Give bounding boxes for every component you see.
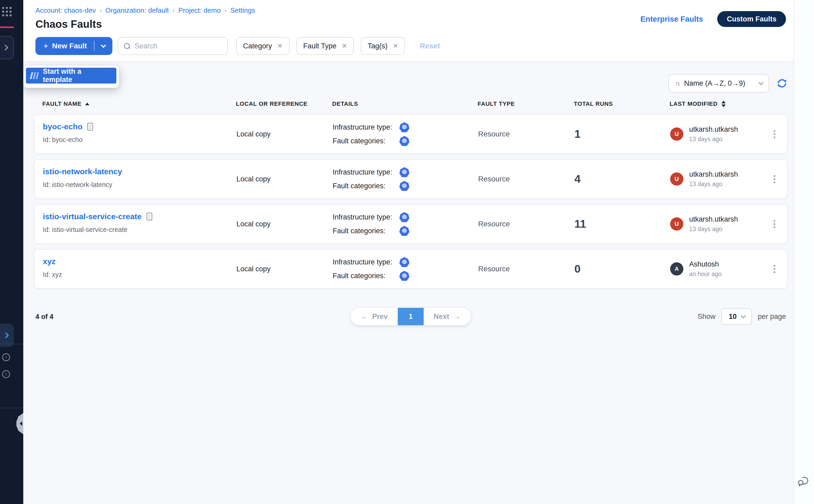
- infrastructure-type-label: Infrastructure type:: [333, 123, 399, 131]
- start-with-template-menu-item[interactable]: Start with a template: [26, 68, 116, 84]
- next-label: Next: [434, 313, 449, 321]
- local-or-reference: Local copy: [236, 175, 333, 183]
- last-modified-cell: A Ashutosh an hour ago: [670, 260, 757, 278]
- sort-controls: ↑↓ Name (A→Z, 0→9): [668, 74, 788, 93]
- breadcrumb-account[interactable]: Account: chaos-dev: [35, 6, 96, 15]
- main-area: Account: chaos-dev › Organization: defau…: [23, 0, 793, 504]
- fault-name-link[interactable]: xyz: [43, 257, 56, 266]
- table-row[interactable]: xyz Id: xyz Local copy Infrastructure ty…: [34, 249, 788, 289]
- row-menu-button[interactable]: [770, 127, 779, 141]
- fault-categories-label: Fault categories:: [333, 137, 399, 145]
- new-fault-button[interactable]: + New Fault: [35, 37, 94, 55]
- new-fault-menu-button[interactable]: [94, 37, 112, 55]
- chevron-right-icon: [3, 332, 9, 338]
- avatar: U: [670, 172, 683, 186]
- column-label: LOCAL OR REFERENCE: [236, 100, 308, 107]
- column-fault-name[interactable]: FAULT NAME: [42, 100, 236, 107]
- filter-label: Tag(s): [368, 42, 387, 50]
- details-cell: Infrastructure type: ☸ Fault categories:…: [333, 212, 478, 236]
- fault-type: Resource: [478, 175, 574, 183]
- table-row[interactable]: byoc-echo Id: byoc-echo Local copy Infra…: [34, 114, 788, 154]
- fault-name-link[interactable]: byoc-echo: [43, 122, 83, 131]
- search-icon: [124, 43, 130, 49]
- page-1-button[interactable]: 1: [398, 308, 424, 325]
- column-label: DETAILS: [332, 100, 358, 107]
- reset-filters-button[interactable]: Reset: [420, 42, 440, 50]
- column-details: DETAILS: [332, 100, 478, 107]
- expand-bottom-nav-button[interactable]: [0, 324, 14, 347]
- copy-icon[interactable]: [87, 123, 93, 131]
- prev-page-button[interactable]: ← Prev: [351, 308, 398, 325]
- info-icon[interactable]: i: [2, 353, 10, 361]
- row-menu-button[interactable]: [770, 172, 779, 186]
- template-icon: [30, 72, 39, 79]
- details-cell: Infrastructure type: ☸ Fault categories:…: [333, 167, 478, 191]
- fault-name-cell: byoc-echo Id: byoc-echo: [43, 115, 236, 153]
- collapse-sidebar-handle[interactable]: [16, 413, 23, 434]
- breadcrumb-separator: ›: [172, 7, 175, 14]
- column-last-modified[interactable]: LAST MODIFIED: [670, 100, 758, 107]
- close-icon[interactable]: ✕: [393, 42, 398, 50]
- chaos-faults-page: i i Account: chaos-dev › Organization: d…: [0, 0, 814, 504]
- show-label: Show: [698, 313, 716, 321]
- divider: [0, 344, 23, 344]
- search-input[interactable]: [135, 42, 221, 50]
- new-fault-split-button: + New Fault: [35, 37, 112, 55]
- help-info-icon[interactable]: i: [2, 370, 10, 378]
- app-switcher-icon[interactable]: [2, 7, 12, 16]
- support-chat-button[interactable]: [797, 474, 811, 490]
- row-menu-button[interactable]: [770, 217, 779, 231]
- breadcrumb-project[interactable]: Project: demo: [178, 6, 221, 15]
- kubernetes-icon: ☸: [399, 181, 409, 191]
- close-icon[interactable]: ✕: [342, 42, 347, 50]
- breadcrumb-settings[interactable]: Settings: [230, 6, 255, 15]
- refresh-button[interactable]: [776, 78, 788, 89]
- fault-id: Id: istio-network-latency: [43, 181, 236, 189]
- column-label: FAULT NAME: [42, 100, 81, 107]
- column-fault-type: FAULT TYPE: [478, 100, 574, 107]
- custom-faults-button[interactable]: Custom Faults: [717, 11, 786, 27]
- fault-id: Id: xyz: [43, 271, 236, 278]
- total-runs: 4: [574, 173, 670, 185]
- chat-bubbles-icon: [797, 474, 811, 488]
- sort-arrows-icon: ↑↓: [675, 80, 679, 87]
- next-page-button[interactable]: Next →: [424, 308, 471, 325]
- page-header: Account: chaos-dev › Organization: defau…: [23, 0, 793, 62]
- fault-type: Resource: [478, 265, 574, 273]
- left-nav-rail: i i: [0, 0, 23, 504]
- filter-chip-fault-type[interactable]: Fault Type ✕: [296, 37, 354, 55]
- prev-label: Prev: [372, 313, 388, 321]
- divider: [0, 408, 23, 408]
- modified-time: 13 days ago: [689, 181, 738, 188]
- fault-name-link[interactable]: istio-virtual-service-create: [43, 212, 142, 221]
- local-or-reference: Local copy: [236, 265, 333, 273]
- table-row[interactable]: istio-network-latency Id: istio-network-…: [34, 159, 788, 199]
- avatar: U: [670, 217, 683, 231]
- list-header: Total: 4 ↑↓ Name (A→Z, 0→9): [34, 74, 788, 93]
- table-header-row: FAULT NAME LOCAL OR REFERENCE DETAILS FA…: [34, 100, 788, 107]
- close-icon[interactable]: ✕: [277, 42, 282, 50]
- modified-time: an hour ago: [689, 271, 722, 278]
- plus-icon: +: [43, 41, 48, 51]
- table-row[interactable]: istio-virtual-service-create Id: istio-v…: [34, 204, 788, 244]
- sort-dropdown[interactable]: ↑↓ Name (A→Z, 0→9): [668, 74, 769, 93]
- row-menu-button[interactable]: [770, 262, 779, 276]
- pager: ← Prev 1 Next →: [351, 308, 470, 325]
- breadcrumb-organization[interactable]: Organization: default: [105, 6, 169, 15]
- expand-sidebar-button[interactable]: [0, 36, 14, 59]
- enterprise-faults-link[interactable]: Enterprise Faults: [641, 15, 703, 24]
- kubernetes-icon: ☸: [399, 122, 409, 132]
- search-box: [118, 37, 228, 55]
- new-fault-dropdown: Start with a template: [23, 66, 119, 88]
- arrow-right-icon: →: [454, 313, 461, 321]
- page-size-select[interactable]: 10: [721, 308, 752, 325]
- chevron-down-icon: [101, 43, 106, 48]
- refresh-icon: [776, 78, 788, 89]
- fault-name-link[interactable]: istio-network-latency: [43, 167, 122, 176]
- filter-chip-tags[interactable]: Tag(s) ✕: [361, 37, 405, 55]
- avatar: U: [670, 127, 683, 141]
- copy-icon[interactable]: [147, 213, 152, 221]
- chevron-right-icon: [2, 45, 8, 51]
- filter-chip-category[interactable]: Category ✕: [236, 37, 290, 55]
- modified-time: 13 days ago: [689, 226, 738, 233]
